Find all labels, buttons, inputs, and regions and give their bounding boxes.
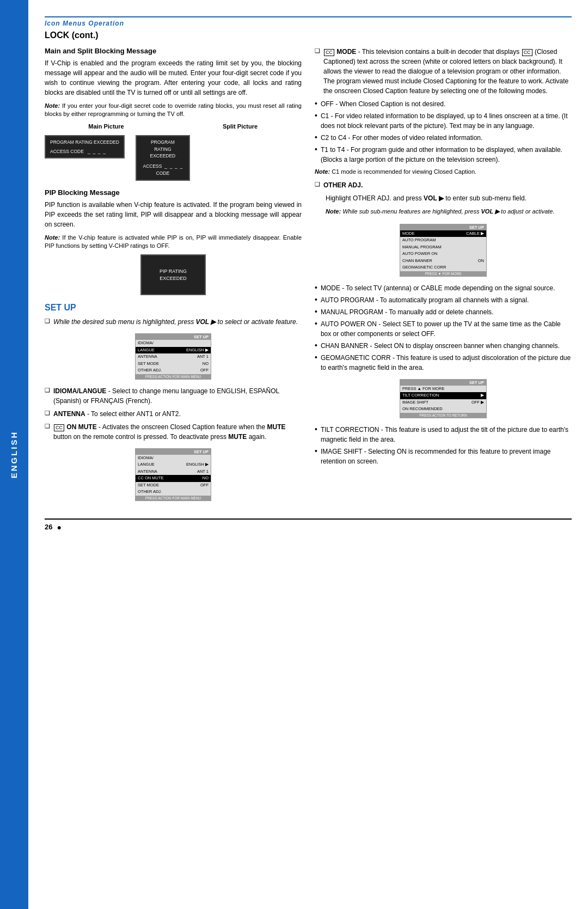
menu2-setmode: SET MODEOFF <box>136 482 211 489</box>
setup-geocorr-text: GEOMAGNETIC CORR - This feature is used … <box>321 353 572 373</box>
note-content: If you enter your four-digit secret code… <box>45 102 302 117</box>
setup-autoprog-bullet: • AUTO PROGRAM - To automatically progra… <box>315 295 572 305</box>
pip-line2: EXCEEDED <box>160 275 187 282</box>
setup-tiltcorr-text: TILT CORRECTION - This feature is used t… <box>321 425 572 444</box>
main-screen-line2: ACCESS CODE _ _ _ _ <box>50 148 119 155</box>
s-bullet-6: • <box>315 353 317 362</box>
sidebar-label: ENGLISH <box>10 431 19 479</box>
page-dot: ● <box>57 523 61 532</box>
setup-geocorr-bullet: • GEOMAGNETIC CORR - This feature is use… <box>315 353 572 373</box>
cconmute-symbol: ❑ <box>45 423 50 430</box>
pip-screen-text: PIP RATING EXCEEDED <box>160 268 187 282</box>
setup-menu1: SET UP IDIOMA/ LANGUEENGLISH ▶ ANTENNAAN… <box>135 333 211 380</box>
pip-note-label: Note: <box>45 234 60 241</box>
main-screen-line1: PROGRAM RATING EXCEEDED <box>50 139 119 146</box>
menu3-autopoweron: AUTO POWER ON <box>400 251 486 258</box>
setup-menu4: SET UP PRESS ▲ FOR MORE TILT CORRECTION▶… <box>400 379 487 418</box>
pip-note-content: If the V-chip feature is activated while… <box>45 234 302 249</box>
setup-manualprog-bullet: • MANUAL PROGRAM - To manually add or de… <box>315 307 572 317</box>
cc-note-label: Note: <box>315 168 330 175</box>
s-bullet-2: • <box>315 295 317 304</box>
setup-chanbanner-text: CHAN BANNER - Select ON to display onscr… <box>321 341 560 351</box>
subsection2-title: PIP Blocking Message <box>45 188 302 197</box>
menu3-chanbanner: CHAN BANNERON <box>400 258 486 265</box>
setup-imageshift-bullet: • IMAGE SHIFT - Selecting ON is recommen… <box>315 447 572 466</box>
screen-labels: Main Picture Split Picture <box>45 123 302 130</box>
setup-autopoweron-bullet: • AUTO POWER ON - Select SET to power up… <box>315 319 572 339</box>
setup-menu1-container: SET UP IDIOMA/ LANGUEENGLISH ▶ ANTENNAAN… <box>45 330 302 383</box>
left-column: Main and Split Blocking Message If V-Chi… <box>45 47 302 508</box>
screen-label-split: Split Picture <box>179 123 302 130</box>
cc-mode-text: CC MODE - This television contains a bui… <box>323 47 572 96</box>
subsection2-note: Note: If the V-chip feature is activated… <box>45 234 302 251</box>
note-label: Note: <box>45 102 60 109</box>
setup-menu3-title: SET UP <box>400 224 486 230</box>
menu1-idioma: IDIOMA/ <box>136 340 211 347</box>
setup-manualprog-text: MANUAL PROGRAM - To manually add or dele… <box>321 307 493 317</box>
setup-autoprog-text: AUTO PROGRAM - To automatically program … <box>321 295 529 305</box>
menu4-tiltcorr: TILT CORRECTION▶ <box>400 392 486 399</box>
setup-note-symbol: ❑ <box>45 318 50 325</box>
antenna-text: ANTENNA - To select either ANT1 or ANT2. <box>53 409 302 419</box>
menu3-mode: MODECABLE ▶ <box>400 230 486 237</box>
menu4-onrecommend: ON RECOMMENDED <box>400 406 486 413</box>
cc-box2: CC <box>522 49 532 56</box>
subsection2-body: PIP function is available when V-chip fe… <box>45 200 302 229</box>
menu2-idioma: IDIOMA/ <box>136 455 211 462</box>
setup-menu3-container: SET UP MODECABLE ▶ AUTO PROGRAM MANUAL P… <box>315 221 572 280</box>
setup-mode-bullet: • MODE - To select TV (antenna) or CABLE… <box>315 283 572 293</box>
menu1-setmode: SET MODENO <box>136 361 211 368</box>
cc-mode-item: ❑ CC MODE - This television contains a b… <box>315 47 572 96</box>
setup-menu4-container: SET UP PRESS ▲ FOR MORE TILT CORRECTION▶… <box>315 376 572 422</box>
cc-mode-symbol: ❑ <box>315 47 320 54</box>
menu1-langue: LANGUEENGLISH ▶ <box>136 347 211 354</box>
right-column: ❑ CC MODE - This television contains a b… <box>315 47 572 508</box>
menu2-footer: PRESS ACTION FOR MAIN MENU <box>136 496 211 501</box>
menu2-langue: LANGUEENGLISH ▶ <box>136 461 211 468</box>
setup-title: SET UP <box>45 303 302 313</box>
other-adj-note-label: Note: <box>326 208 341 215</box>
menu1-otheradj: OTHER ADJ.OFF <box>136 367 211 374</box>
page-number: 26 <box>45 523 52 531</box>
cc-bullet-c2: • C2 to C4 - For other modes of video re… <box>315 133 572 143</box>
cc-c1-text: C1 - For video related information to be… <box>321 111 572 131</box>
bullet-dot-3: • <box>315 133 317 142</box>
menu4-pressmore: PRESS ▲ FOR MORE <box>400 386 486 393</box>
cconmute-text: CC ON MUTE - Activates the onscreen Clos… <box>53 422 302 442</box>
menu4-footer: PRESS ACTION TO RETURN <box>400 413 486 418</box>
setup-menu2-title: SET UP <box>136 449 211 455</box>
cc-bullet-c1: • C1 - For video related information to … <box>315 111 572 131</box>
main-screen: PROGRAM RATING EXCEEDED ACCESS CODE _ _ … <box>45 135 125 159</box>
menu1-footer: PRESS ACTION FOR MAIN MENU <box>136 374 211 379</box>
s-bullet-5: • <box>315 341 317 350</box>
sidebar: ENGLISH <box>0 0 28 909</box>
cc-c2-text: C2 to C4 - For other modes of video rela… <box>321 133 482 143</box>
screen-label-main: Main Picture <box>45 123 168 130</box>
idioma-symbol: ❑ <box>45 387 50 394</box>
header-divider <box>45 16 572 17</box>
cc-note: Note: C1 mode is recommended for viewing… <box>315 168 572 176</box>
pip-screen: PIP RATING EXCEEDED <box>140 254 206 295</box>
setup-mode-text: MODE - To select TV (antenna) or CABLE m… <box>321 283 555 293</box>
setup-menu2: SET UP IDIOMA/ LANGUEENGLISH ▶ ANTENNAAN… <box>135 448 211 501</box>
setup-cconmute-item: ❑ CC ON MUTE - Activates the onscreen Cl… <box>45 422 302 442</box>
other-adj-note: Note: While sub sub-menu features are hi… <box>326 208 572 216</box>
subsection1-note: Note: If you enter your four-digit secre… <box>45 102 302 119</box>
split-line1: PROGRAM <box>141 139 185 146</box>
cc-t1-text: T1 to T4 - For program guide and other i… <box>321 145 572 164</box>
setup-imageshift-text: IMAGE SHIFT - Selecting ON is recommende… <box>321 447 572 466</box>
subsection1-body: If V-Chip is enabled and the program exc… <box>45 58 302 97</box>
split-line5: CODE <box>141 170 185 177</box>
setup-autopoweron-text: AUTO POWER ON - Select SET to power up t… <box>321 319 572 339</box>
section-header: Icon Menus Operation <box>45 20 572 27</box>
page-footer: 26 ● <box>45 518 572 532</box>
split-line3: EXCEEDED <box>141 152 185 160</box>
menu4-imageshift: IMAGE SHIFTOFF ▶ <box>400 399 486 406</box>
cc-bullet-off: • OFF - When Closed Caption is not desir… <box>315 99 572 109</box>
split-line4: ACCESS _ _ _ _ <box>141 163 185 170</box>
other-adj-body: Highlight OTHER ADJ. and press VOL ▶ to … <box>326 193 572 203</box>
cc-note-text: C1 mode is recommended for viewing Close… <box>332 168 476 175</box>
s-bullet-8: • <box>315 447 317 456</box>
idioma-text: IDIOMA/LANGUE - Select to change menu la… <box>53 386 302 406</box>
s-bullet-3: • <box>315 307 317 316</box>
